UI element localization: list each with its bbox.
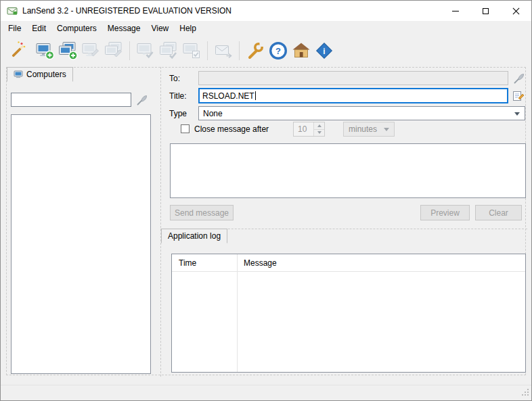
text-caret bbox=[255, 91, 256, 100]
add-computer-button[interactable] bbox=[33, 39, 56, 62]
wizard-button[interactable] bbox=[5, 39, 28, 62]
home-button[interactable] bbox=[290, 39, 313, 62]
clear-button[interactable]: Clear bbox=[475, 205, 522, 220]
checklist-computers-button[interactable] bbox=[180, 39, 203, 62]
broom-icon bbox=[136, 94, 148, 106]
send-message-button[interactable]: Send message bbox=[170, 205, 234, 220]
type-select[interactable]: None bbox=[198, 106, 525, 120]
close-after-checkbox[interactable] bbox=[181, 124, 190, 133]
menu-view[interactable]: View bbox=[146, 22, 174, 35]
about-info-icon: i bbox=[314, 41, 334, 61]
minimize-button[interactable] bbox=[440, 1, 470, 21]
close-after-label: Close message after bbox=[194, 124, 269, 134]
type-select-value: None bbox=[203, 109, 223, 118]
close-after-unit-value: minutes bbox=[349, 124, 377, 134]
title-input[interactable]: RSLOAD.NET bbox=[198, 88, 508, 103]
preview-button[interactable]: Preview bbox=[420, 205, 470, 220]
broom-icon bbox=[513, 72, 525, 85]
menu-message[interactable]: Message bbox=[102, 22, 146, 35]
stepper-down-button[interactable] bbox=[314, 130, 324, 137]
maximize-icon bbox=[483, 8, 489, 14]
application-log-table: Time Message bbox=[171, 254, 526, 373]
to-clear-button[interactable] bbox=[513, 72, 525, 85]
check-computer-button[interactable] bbox=[134, 39, 157, 62]
settings-wrench-icon bbox=[245, 41, 265, 61]
maximize-button[interactable] bbox=[470, 1, 501, 21]
chevron-down-icon bbox=[317, 131, 322, 134]
toolbar: ? i bbox=[1, 36, 531, 66]
close-button[interactable] bbox=[501, 1, 531, 21]
edit-computer-icon bbox=[81, 41, 101, 61]
close-icon bbox=[512, 7, 520, 16]
add-computers-icon bbox=[58, 41, 78, 61]
about-button[interactable]: i bbox=[313, 39, 336, 62]
menu-file[interactable]: File bbox=[3, 22, 26, 35]
statusbar bbox=[1, 385, 531, 400]
add-computer-icon bbox=[35, 41, 55, 61]
edit-computers-button[interactable] bbox=[102, 39, 125, 62]
edit-computer-button[interactable] bbox=[79, 39, 102, 62]
log-column-message: Message bbox=[237, 258, 277, 268]
wizard-wand-icon bbox=[7, 41, 27, 61]
menu-help[interactable]: Help bbox=[174, 22, 202, 35]
toolbar-separator bbox=[129, 41, 130, 60]
home-icon bbox=[291, 41, 311, 61]
to-input[interactable] bbox=[198, 71, 508, 85]
app-icon[interactable] bbox=[7, 5, 18, 16]
help-button[interactable]: ? bbox=[267, 39, 290, 62]
edit-computers-icon bbox=[104, 41, 124, 61]
help-icon: ? bbox=[268, 41, 288, 61]
stepper-buttons bbox=[313, 122, 324, 136]
vertical-splitter[interactable] bbox=[160, 67, 161, 377]
close-after-unit-select[interactable]: minutes bbox=[343, 122, 395, 137]
menu-edit[interactable]: Edit bbox=[26, 22, 51, 35]
toolbar-separator bbox=[239, 41, 240, 60]
menubar: File Edit Computers Message View Help bbox=[1, 21, 531, 36]
tab-computers-label: Computers bbox=[26, 70, 66, 79]
log-column-divider bbox=[237, 254, 238, 372]
titlebar: LanSend 3.2 - UNREGISTERED EVALUATION VE… bbox=[1, 1, 531, 21]
svg-text:i: i bbox=[323, 47, 325, 56]
stepper-up-button[interactable] bbox=[314, 122, 324, 130]
check-computer-icon bbox=[135, 41, 156, 61]
tab-computers[interactable]: Computers bbox=[7, 67, 73, 82]
title-edit-button[interactable] bbox=[512, 89, 525, 102]
resize-grip-icon[interactable] bbox=[520, 387, 530, 399]
toolbar-separator bbox=[207, 41, 208, 60]
menu-computers[interactable]: Computers bbox=[51, 22, 102, 35]
add-computers-button[interactable] bbox=[56, 39, 79, 62]
title-input-value: RSLOAD.NET bbox=[202, 91, 254, 101]
app-window: LanSend 3.2 - UNREGISTERED EVALUATION VE… bbox=[0, 0, 532, 401]
minimize-icon bbox=[452, 11, 459, 11]
log-column-time: Time bbox=[172, 258, 237, 268]
tab-application-log-label: Application log bbox=[168, 231, 221, 241]
send-message-toolbar-button[interactable] bbox=[212, 39, 235, 62]
log-table-header: Time Message bbox=[172, 254, 525, 272]
settings-button[interactable] bbox=[244, 39, 267, 62]
chevron-up-icon bbox=[317, 124, 322, 127]
tab-application-log[interactable]: Application log bbox=[161, 229, 227, 243]
computer-icon bbox=[14, 70, 23, 79]
close-after-minutes-stepper[interactable]: 10 bbox=[293, 122, 325, 137]
window-title: LanSend 3.2 - UNREGISTERED EVALUATION VE… bbox=[22, 6, 231, 16]
to-label: To: bbox=[169, 74, 180, 83]
computer-list[interactable] bbox=[11, 114, 151, 374]
check-computers-icon bbox=[158, 41, 179, 61]
close-after-minutes-value: 10 bbox=[298, 124, 307, 134]
checklist-computers-icon bbox=[181, 41, 202, 61]
title-label: Title: bbox=[169, 91, 187, 101]
chevron-down-icon bbox=[384, 128, 389, 131]
check-computers-button[interactable] bbox=[157, 39, 180, 62]
send-message-icon bbox=[213, 41, 234, 61]
chevron-down-icon bbox=[514, 112, 520, 116]
window-controls bbox=[440, 1, 531, 21]
computer-filter-input[interactable] bbox=[11, 93, 131, 107]
message-body-input[interactable] bbox=[170, 143, 526, 198]
type-label: Type bbox=[169, 109, 187, 118]
edit-note-icon bbox=[512, 89, 525, 102]
svg-text:?: ? bbox=[275, 46, 281, 56]
filter-clear-button[interactable] bbox=[136, 94, 148, 106]
